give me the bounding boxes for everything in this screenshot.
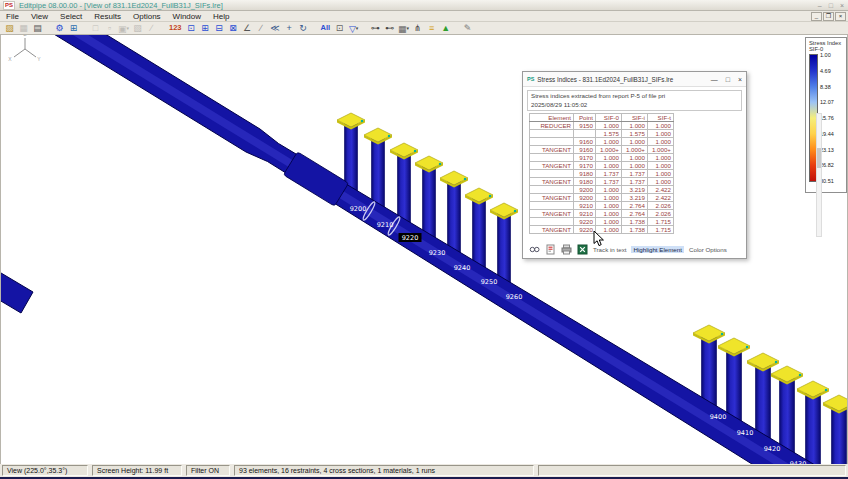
rotate-icon[interactable]: ↻ — [297, 22, 310, 34]
table-row[interactable]: 91701.0001.0001.000 — [530, 154, 674, 162]
view-forces-icon[interactable]: ⊟ — [213, 22, 226, 34]
mdi-minimize-button[interactable]: _ — [811, 12, 822, 21]
mdi-restore-button[interactable]: ❐ — [823, 12, 834, 21]
table-row[interactable]: TANGENT91801.7371.7371.000 — [530, 178, 674, 186]
table-row[interactable]: 1.5751.5751.000 — [530, 130, 674, 138]
view-modes-icon[interactable]: ⊠ — [227, 22, 240, 34]
viewport-3d[interactable]: 9200921092209230924092509260940094109420… — [0, 35, 848, 464]
anchor-plate — [415, 156, 443, 170]
dialog-maximize-button[interactable]: □ — [726, 76, 730, 83]
paste-icon[interactable]: ▫ — [103, 22, 116, 34]
find-icon[interactable] — [529, 244, 540, 255]
col-header-sif-i[interactable]: SIF-i — [622, 114, 648, 122]
node-start-icon[interactable]: ⊶ — [369, 22, 382, 34]
dialog-title-bar[interactable]: PS Stress Indices - 831.1Ed2024_FullB31J… — [523, 72, 746, 87]
table-row[interactable]: TANGENT91601.000+1.000+1.000+ — [530, 146, 674, 154]
status-model-summary: 93 elements, 16 restraints, 4 cross sect… — [234, 465, 534, 476]
view-stress-icon[interactable]: ⊡ — [185, 22, 198, 34]
menu-select[interactable]: Select — [54, 11, 88, 22]
cell: 1.737 — [622, 170, 648, 178]
sif-table[interactable]: ElementPointSIF-0SIF-iSIF-tREDUCER91501.… — [529, 113, 674, 234]
legend-tick: 15.76 — [820, 115, 834, 121]
cell: TANGENT — [530, 210, 574, 218]
dialog-info-box: Stress indices extracted from report P-5… — [527, 90, 742, 111]
table-row[interactable]: 92001.0003.2192.422 — [530, 186, 674, 194]
cell: 3.219 — [622, 186, 648, 194]
dialog-minimize-button[interactable]: — — [711, 76, 718, 83]
layers-icon[interactable]: ▧ — [131, 22, 144, 34]
status-screen-height: Screen Height: 11.99 ft — [92, 465, 182, 476]
table-row[interactable]: 91601.0001.0001.000 — [530, 138, 674, 146]
line-tool-icon[interactable]: ∕ — [145, 22, 158, 34]
cell: 1.000 — [596, 162, 622, 170]
node-label: 9430 — [790, 460, 807, 464]
anchor-plate — [364, 128, 392, 142]
minimize-button[interactable]: – — [818, 1, 822, 10]
supports-icon[interactable]: ≡ — [425, 22, 438, 34]
ready-flag-icon[interactable]: ▲ — [439, 22, 452, 34]
branch-pipe[interactable] — [1, 270, 33, 313]
maximize-button[interactable]: □ — [829, 1, 833, 10]
cell: 1.000+ — [622, 146, 648, 154]
cell: 1.575 — [622, 130, 648, 138]
new-icon[interactable]: □ — [89, 22, 102, 34]
cell: 9210 — [574, 202, 596, 210]
dialog-close-button[interactable]: × — [738, 76, 742, 83]
dialog-scrollbar[interactable] — [816, 113, 822, 237]
node-label: 9400 — [710, 413, 727, 421]
cell: 1.000 — [648, 130, 674, 138]
anchor-plate — [747, 353, 779, 369]
excel-export-icon[interactable] — [577, 244, 588, 255]
open-icon[interactable]: ▨ — [3, 22, 16, 34]
save-icon[interactable]: ▦ — [17, 22, 30, 34]
deformed-shape-icon[interactable]: ≪ — [269, 22, 282, 34]
cell: 2.764 — [622, 202, 648, 210]
menu-file[interactable]: File — [0, 11, 25, 22]
anchor-plate — [823, 395, 848, 411]
anchor-tag — [361, 120, 363, 122]
table-row[interactable]: 92201.0001.7381.715 — [530, 218, 674, 226]
col-header-point[interactable]: Point — [574, 114, 596, 122]
table-row[interactable]: 91801.7371.7371.000 — [530, 170, 674, 178]
tee-fitting — [283, 152, 348, 206]
node-end-icon[interactable]: ⊷ — [383, 22, 396, 34]
export-icon[interactable]: ▣▾ — [117, 22, 130, 34]
reports-icon[interactable]: ▦▾ — [397, 22, 410, 34]
stress-indices-dialog[interactable]: PS Stress Indices - 831.1Ed2024_FullB31J… — [522, 71, 747, 259]
edit-report-icon[interactable] — [545, 244, 556, 255]
run-analysis-icon[interactable]: ⚙ — [53, 22, 66, 34]
numbers-icon[interactable]: 123 — [167, 22, 184, 34]
model-tree-icon[interactable]: ⋔ — [411, 22, 424, 34]
color-options-button[interactable]: Color Options — [689, 246, 727, 253]
col-header-element[interactable]: Element — [530, 114, 574, 122]
col-header-sif-0[interactable]: SIF-0 — [596, 114, 622, 122]
table-row[interactable]: TANGENT92001.0003.2192.422 — [530, 194, 674, 202]
anchor-plate — [337, 113, 365, 127]
table-row[interactable]: 92101.0002.7642.026 — [530, 202, 674, 210]
highlight-element-toggle[interactable]: Highlight Element — [631, 246, 684, 253]
menu-window[interactable]: Window — [167, 11, 207, 22]
menu-results[interactable]: Results — [88, 11, 127, 22]
copy-view-icon[interactable]: ⊞ — [67, 22, 80, 34]
table-row[interactable]: TANGENT91701.0001.0001.000 — [530, 162, 674, 170]
anchor-tag — [721, 333, 723, 335]
pen-icon[interactable]: ✎ — [461, 22, 474, 34]
angle-icon[interactable]: ∠ — [241, 22, 254, 34]
mdi-close-button[interactable]: × — [835, 12, 846, 21]
menu-view[interactable]: View — [25, 11, 54, 22]
filter-icon[interactable]: ▽▾ — [347, 22, 360, 34]
print-icon[interactable] — [561, 244, 572, 255]
show-all-button[interactable]: All — [319, 22, 333, 34]
print-icon[interactable]: ▤ — [31, 22, 44, 34]
slope-icon[interactable]: ∕ — [255, 22, 268, 34]
zoom-window-icon[interactable]: ⊡ — [333, 22, 346, 34]
view-displacement-icon[interactable]: ⊞ — [199, 22, 212, 34]
menu-options[interactable]: Options — [127, 11, 167, 22]
table-row[interactable]: REDUCER91501.0001.0001.000 — [530, 122, 674, 130]
menu-help[interactable]: Help — [207, 11, 235, 22]
col-header-sif-t[interactable]: SIF-t — [648, 114, 674, 122]
table-row[interactable]: TANGENT92101.0002.7642.026 — [530, 210, 674, 218]
close-button[interactable]: × — [840, 1, 844, 10]
pan-icon[interactable]: + — [283, 22, 296, 34]
cell: TANGENT — [530, 226, 574, 234]
